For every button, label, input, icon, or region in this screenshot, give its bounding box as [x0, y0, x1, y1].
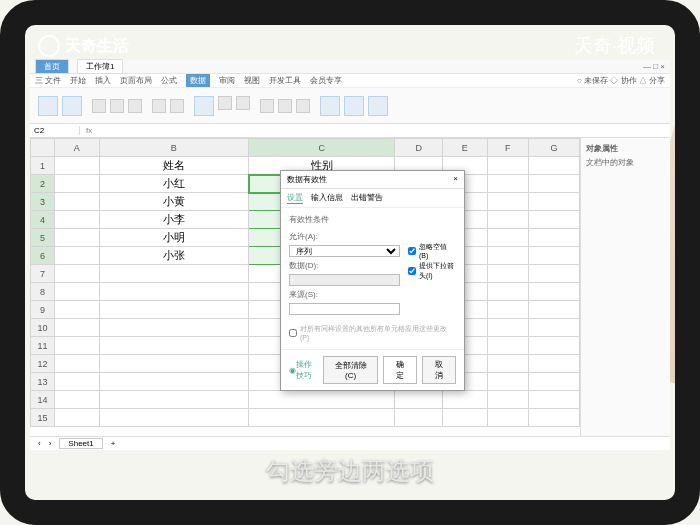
cell[interactable]: [487, 229, 528, 247]
ribbon-icon[interactable]: [128, 99, 142, 113]
cell[interactable]: [528, 409, 579, 427]
cell[interactable]: [487, 373, 528, 391]
sheet-tab[interactable]: Sheet1: [59, 438, 102, 449]
ribbon-icon[interactable]: [152, 99, 166, 113]
cell[interactable]: [99, 355, 248, 373]
ribbon-icon[interactable]: [296, 99, 310, 113]
row-header[interactable]: 15: [31, 409, 55, 427]
row-header[interactable]: 10: [31, 319, 55, 337]
row-header[interactable]: 3: [31, 193, 55, 211]
cell[interactable]: [528, 265, 579, 283]
ok-button[interactable]: 确定: [383, 356, 417, 384]
cell[interactable]: [487, 211, 528, 229]
cell[interactable]: [55, 229, 100, 247]
cell[interactable]: 小李: [99, 211, 248, 229]
menu-formula[interactable]: 公式: [161, 75, 177, 86]
cell[interactable]: [249, 391, 395, 409]
cell[interactable]: [55, 391, 100, 409]
menu-insert[interactable]: 插入: [95, 75, 111, 86]
allow-select[interactable]: 序列: [289, 245, 400, 257]
ribbon-icon[interactable]: [368, 96, 388, 116]
col-header[interactable]: B: [99, 139, 248, 157]
ribbon-icon[interactable]: [218, 96, 232, 110]
add-sheet-icon[interactable]: +: [111, 439, 116, 448]
col-header[interactable]: F: [487, 139, 528, 157]
cell[interactable]: [55, 373, 100, 391]
cell[interactable]: [55, 283, 100, 301]
cell[interactable]: [443, 391, 488, 409]
cancel-button[interactable]: 取消: [422, 356, 456, 384]
menu-home[interactable]: 开始: [70, 75, 86, 86]
ribbon-icon[interactable]: [320, 96, 340, 116]
ribbon-icon[interactable]: [194, 96, 214, 116]
cell[interactable]: [55, 247, 100, 265]
menu-file[interactable]: 三 文件: [35, 75, 61, 86]
source-input[interactable]: [289, 303, 400, 315]
ribbon-icon[interactable]: [344, 96, 364, 116]
col-header[interactable]: D: [395, 139, 443, 157]
close-icon[interactable]: ×: [453, 174, 458, 185]
cell[interactable]: [528, 157, 579, 175]
col-header[interactable]: A: [55, 139, 100, 157]
cell[interactable]: [528, 247, 579, 265]
ribbon-icon[interactable]: [92, 99, 106, 113]
name-box[interactable]: C2: [30, 126, 80, 135]
row-header[interactable]: 4: [31, 211, 55, 229]
cell[interactable]: [528, 319, 579, 337]
col-header[interactable]: G: [528, 139, 579, 157]
cell[interactable]: [55, 337, 100, 355]
cell[interactable]: [99, 337, 248, 355]
cell[interactable]: [487, 319, 528, 337]
menu-data[interactable]: 数据: [186, 74, 210, 87]
row-header[interactable]: 2: [31, 175, 55, 193]
cell[interactable]: [528, 391, 579, 409]
help-link[interactable]: ◉ 操作技巧: [289, 356, 318, 384]
cell[interactable]: [487, 301, 528, 319]
corner-cell[interactable]: [31, 139, 55, 157]
row-header[interactable]: 13: [31, 373, 55, 391]
cell[interactable]: [99, 265, 248, 283]
menu-devtools[interactable]: 开发工具: [269, 75, 301, 86]
cell[interactable]: 小红: [99, 175, 248, 193]
dialog-tab-input[interactable]: 输入信息: [311, 192, 343, 204]
window-controls[interactable]: — □ ×: [643, 62, 665, 71]
cell[interactable]: [528, 373, 579, 391]
clear-all-button[interactable]: 全部清除(C): [323, 356, 377, 384]
ribbon-icon[interactable]: [110, 99, 124, 113]
cell[interactable]: [487, 337, 528, 355]
ribbon-icon[interactable]: [236, 96, 250, 110]
row-header[interactable]: 9: [31, 301, 55, 319]
cell[interactable]: [487, 175, 528, 193]
menu-review[interactable]: 审阅: [219, 75, 235, 86]
row-header[interactable]: 5: [31, 229, 55, 247]
col-header[interactable]: E: [443, 139, 488, 157]
cell[interactable]: [55, 301, 100, 319]
dialog-tab-settings[interactable]: 设置: [287, 192, 303, 204]
ribbon-icon[interactable]: [260, 99, 274, 113]
col-header[interactable]: C: [249, 139, 395, 157]
cell[interactable]: [528, 337, 579, 355]
cell[interactable]: [99, 373, 248, 391]
tab-workbook[interactable]: 工作簿1: [77, 59, 123, 74]
cell[interactable]: [487, 283, 528, 301]
cell[interactable]: 姓名: [99, 157, 248, 175]
menu-layout[interactable]: 页面布局: [120, 75, 152, 86]
cell[interactable]: [528, 193, 579, 211]
cell[interactable]: [487, 409, 528, 427]
sheet-nav-icon[interactable]: ‹: [38, 439, 41, 448]
dialog-tab-error[interactable]: 出错警告: [351, 192, 383, 204]
ribbon-icon[interactable]: [38, 96, 58, 116]
cell[interactable]: [99, 283, 248, 301]
cell[interactable]: [528, 301, 579, 319]
cell[interactable]: [487, 391, 528, 409]
menu-member[interactable]: 会员专享: [310, 75, 342, 86]
cell[interactable]: [528, 211, 579, 229]
tab-home[interactable]: 首页: [35, 59, 69, 74]
row-header[interactable]: 11: [31, 337, 55, 355]
cell[interactable]: [487, 265, 528, 283]
cell[interactable]: [395, 409, 443, 427]
cell[interactable]: [395, 391, 443, 409]
dropdown-checkbox[interactable]: [408, 267, 416, 275]
row-header[interactable]: 6: [31, 247, 55, 265]
row-header[interactable]: 7: [31, 265, 55, 283]
